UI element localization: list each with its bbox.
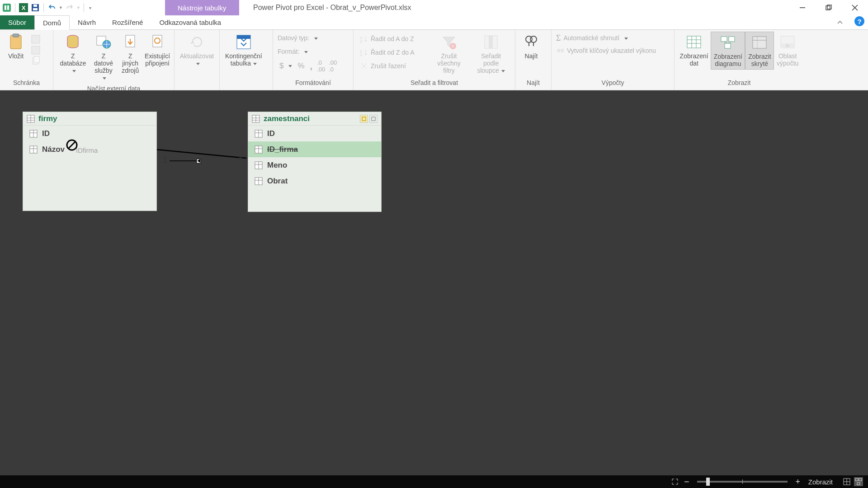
sort-by-column-button: Seřadit podle sloupce bbox=[470, 32, 512, 76]
clear-all-filters-button: Zrušit všechny filtry bbox=[428, 32, 470, 76]
redo-icon[interactable] bbox=[65, 3, 75, 13]
status-bar: − + Zobrazit bbox=[0, 475, 868, 488]
calc-area-button: fx Oblast výpočtu bbox=[774, 32, 801, 69]
tab-file[interactable]: Súbor bbox=[0, 15, 34, 29]
restore-icon[interactable] bbox=[360, 115, 368, 123]
diagram-view-button[interactable]: Zobrazení diagramu bbox=[711, 32, 745, 70]
diagram-canvas[interactable]: 1 * firmy ID Názov zamestnanci bbox=[0, 90, 868, 475]
save-icon[interactable] bbox=[30, 3, 40, 13]
paste-append-icon[interactable] bbox=[31, 34, 41, 44]
svg-point-35 bbox=[530, 36, 537, 42]
svg-rect-23 bbox=[153, 35, 162, 47]
from-data-service-button[interactable]: Z datové služby bbox=[90, 32, 117, 83]
svg-rect-1 bbox=[5, 5, 6, 10]
from-other-sources-button[interactable]: Z jiných zdrojů bbox=[117, 32, 143, 76]
view-label: Zobrazit bbox=[808, 478, 833, 486]
field-row[interactable]: ID bbox=[23, 126, 156, 141]
svg-rect-38 bbox=[687, 36, 701, 48]
table-icon bbox=[27, 115, 35, 123]
group-calc-label: Výpočty bbox=[552, 79, 674, 90]
svg-rect-14 bbox=[13, 34, 19, 37]
tab-linked-table[interactable]: Odkazovaná tabulka bbox=[151, 15, 229, 29]
existing-connections-button[interactable]: Existující připojení bbox=[143, 32, 171, 69]
svg-text:*: * bbox=[239, 155, 242, 164]
excel-icon[interactable]: X bbox=[19, 3, 28, 13]
svg-rect-44 bbox=[729, 37, 735, 42]
copy-icon[interactable] bbox=[31, 56, 41, 66]
paste-button[interactable]: Vložit bbox=[3, 32, 29, 61]
collapse-ribbon-icon[interactable] bbox=[833, 15, 847, 30]
svg-text:Z: Z bbox=[360, 39, 363, 43]
autosum-button: ΣAutomatické shrnutí bbox=[554, 32, 671, 44]
svg-text:X: X bbox=[22, 5, 26, 11]
svg-rect-15 bbox=[32, 35, 40, 43]
svg-text:fx: fx bbox=[786, 43, 790, 48]
field-row[interactable]: ID_firma bbox=[248, 141, 381, 157]
minimize-button[interactable] bbox=[789, 0, 816, 15]
diagram-view-icon[interactable] bbox=[854, 477, 863, 486]
group-formatting-label: Formátování bbox=[273, 79, 353, 90]
svg-rect-74 bbox=[372, 117, 375, 121]
zoom-out-icon[interactable]: − bbox=[682, 477, 691, 486]
fit-to-screen-icon[interactable] bbox=[670, 477, 679, 486]
column-icon bbox=[255, 145, 263, 154]
svg-rect-0 bbox=[3, 4, 11, 12]
svg-text:1: 1 bbox=[163, 155, 167, 164]
zoom-in-icon[interactable]: + bbox=[793, 477, 802, 486]
ribbon: Vložit Schránka Z databáze Z datové služ… bbox=[0, 30, 868, 90]
field-row[interactable]: Názov bbox=[23, 141, 156, 157]
help-icon[interactable]: ? bbox=[854, 16, 864, 26]
svg-rect-2 bbox=[7, 5, 9, 10]
clear-sort-button: Zrušit řazení bbox=[358, 60, 426, 72]
undo-icon[interactable] bbox=[47, 3, 57, 13]
field-row[interactable]: Obrat bbox=[248, 173, 381, 189]
column-icon bbox=[29, 130, 38, 138]
ribbon-tabs: Súbor Domů Návrh Rozšířené Odkazovaná ta… bbox=[0, 15, 868, 30]
table-icon bbox=[252, 115, 260, 123]
column-icon bbox=[255, 161, 263, 169]
data-type-dropdown: Datový typ: bbox=[276, 32, 350, 44]
svg-rect-18 bbox=[34, 56, 39, 63]
tab-advanced[interactable]: Rozšířené bbox=[104, 15, 151, 29]
qat-customize-icon[interactable]: ▾ bbox=[87, 5, 93, 10]
maximize-table-icon[interactable] bbox=[369, 115, 377, 123]
currency-format-icon: $ bbox=[278, 60, 294, 72]
decrease-decimal-icon: .00.0 bbox=[328, 60, 338, 72]
svg-rect-48 bbox=[753, 37, 766, 48]
svg-rect-37 bbox=[561, 49, 564, 52]
svg-rect-26 bbox=[237, 35, 250, 39]
group-clipboard-label: Schránka bbox=[0, 79, 53, 90]
grid-view-icon[interactable] bbox=[842, 477, 851, 486]
table-name: firmy bbox=[38, 114, 57, 123]
svg-rect-6 bbox=[33, 8, 38, 10]
pivot-table-button[interactable]: Kontingenční tabulka bbox=[222, 32, 265, 69]
title-bar: X ▼ ▼ ▾ Nástroje tabulky Power Pivot pro… bbox=[0, 0, 868, 15]
percent-format-icon: % bbox=[296, 60, 306, 72]
svg-line-46 bbox=[724, 42, 727, 43]
paste-replace-icon[interactable] bbox=[31, 45, 41, 55]
sort-desc-button: ZAŘadit od Z do A bbox=[358, 46, 426, 59]
group-sort-filter-label: Seřadit a filtrovat bbox=[354, 79, 515, 90]
zoom-slider[interactable] bbox=[697, 481, 788, 483]
maximize-button[interactable] bbox=[816, 0, 842, 15]
close-button[interactable] bbox=[842, 0, 868, 15]
format-dropdown: Formát: bbox=[276, 45, 350, 58]
field-row[interactable]: Meno bbox=[248, 157, 381, 173]
sort-asc-button: AZŘadit od A do Z bbox=[358, 33, 426, 45]
tab-design[interactable]: Návrh bbox=[70, 15, 104, 29]
table-firmy[interactable]: firmy ID Názov bbox=[23, 112, 157, 211]
from-database-button[interactable]: Z databáze bbox=[56, 32, 90, 76]
svg-rect-16 bbox=[32, 46, 40, 54]
group-find-label: Najít bbox=[515, 79, 551, 90]
svg-rect-33 bbox=[489, 36, 493, 48]
refresh-button: Aktualizovat bbox=[177, 32, 217, 69]
find-button[interactable]: Najít bbox=[518, 32, 544, 61]
svg-rect-43 bbox=[721, 37, 727, 42]
data-view-button[interactable]: Zobrazení dat bbox=[677, 32, 711, 69]
show-hidden-button[interactable]: Zobrazit skryté bbox=[745, 32, 774, 70]
tab-home[interactable]: Domů bbox=[34, 15, 70, 30]
table-zamestnanci[interactable]: zamestnanci ID ID_firma Meno Obrat bbox=[248, 112, 382, 212]
comma-format-icon: , bbox=[308, 60, 315, 72]
field-row[interactable]: ID bbox=[248, 126, 381, 141]
svg-rect-93 bbox=[859, 479, 862, 481]
